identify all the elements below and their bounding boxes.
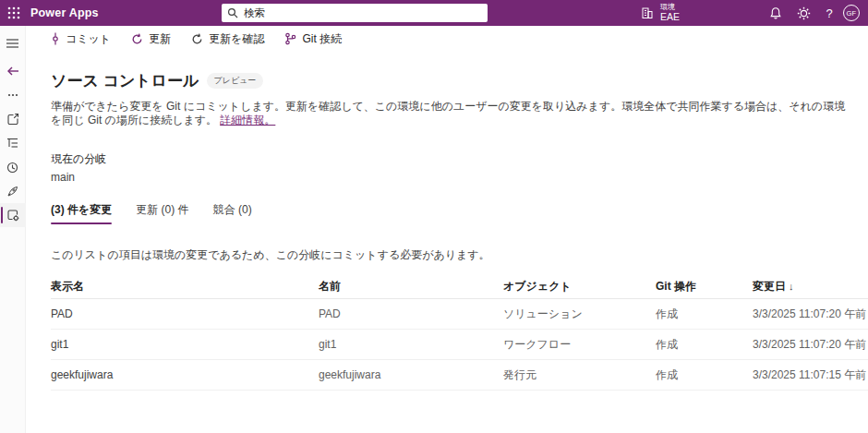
- git-branch-icon: [284, 32, 296, 45]
- page-description: 準備ができたら変更を Git にコミットします。更新を確認して、この環境に他のユ…: [51, 100, 856, 127]
- search-input[interactable]: [244, 7, 482, 18]
- environment-icon: [641, 6, 654, 19]
- search-icon: [227, 7, 238, 18]
- tab-strip: (3) 件を変更 更新 (0) 件 競合 (0): [51, 202, 868, 224]
- rocket-icon: [6, 186, 18, 198]
- command-bar: コミット 更新 更新を確認 Git 接続: [26, 26, 868, 52]
- waffle-icon[interactable]: [7, 6, 20, 19]
- environment-name: EAE: [660, 12, 680, 23]
- top-app-bar: Power Apps 環境 EAE: [0, 0, 868, 26]
- nav-more-button[interactable]: [0, 83, 26, 107]
- refresh-label: 更新: [149, 31, 171, 47]
- nav-item-pipelines[interactable]: [0, 131, 26, 155]
- col-object[interactable]: オブジェクト: [503, 279, 656, 295]
- hamburger-icon: [6, 39, 18, 48]
- commit-label: コミット: [66, 31, 111, 47]
- tab-conflicts[interactable]: 競合 (0): [213, 202, 252, 224]
- bell-icon: [769, 6, 782, 19]
- left-nav-rail: [0, 26, 26, 433]
- more-icon: [7, 93, 18, 97]
- nav-item-history[interactable]: [0, 155, 26, 179]
- nav-item-launch[interactable]: [0, 107, 26, 131]
- check-updates-button[interactable]: 更新を確認: [191, 31, 264, 47]
- learn-more-link[interactable]: 詳細情報。: [220, 114, 275, 126]
- app-title[interactable]: Power Apps: [30, 6, 99, 19]
- page-title: ソース コントロール: [51, 70, 199, 91]
- commit-icon: [51, 32, 60, 45]
- current-branch-name: main: [51, 171, 868, 184]
- commit-button[interactable]: コミット: [51, 31, 111, 47]
- launch-icon: [6, 113, 19, 126]
- col-git-operation[interactable]: Git 操作: [656, 279, 753, 295]
- table-row[interactable]: geekfujiwara geekfujiwara 発行元 作成 3/3/202…: [51, 360, 868, 391]
- notifications-button[interactable]: [763, 0, 789, 26]
- gear-icon: [797, 6, 811, 20]
- source-control-page: ソース コントロール プレビュー 準備ができたら変更を Git にコミットします…: [26, 52, 868, 391]
- sort-desc-icon: ↓: [789, 281, 794, 292]
- global-search[interactable]: [222, 4, 488, 22]
- changes-note: このリストの項目は環境の変更であるため、この分岐にコミットする必要があります。: [51, 247, 868, 263]
- back-arrow-icon: [6, 66, 19, 77]
- nav-back-button[interactable]: [0, 59, 26, 83]
- tab-changes[interactable]: (3) 件を変更: [51, 202, 112, 224]
- git-connect-label: Git 接続: [302, 31, 342, 47]
- preview-badge: プレビュー: [207, 73, 264, 89]
- tree-list-icon: [6, 138, 18, 149]
- avatar: GF: [843, 5, 860, 21]
- source-control-icon: [6, 209, 19, 222]
- git-connect-button[interactable]: Git 接続: [284, 31, 342, 47]
- refresh-button[interactable]: 更新: [131, 31, 171, 47]
- table-row[interactable]: git1 git1 ワークフロー 作成 3/3/2025 11:07:20 午前: [51, 330, 868, 360]
- tab-updates[interactable]: 更新 (0) 件: [136, 202, 188, 224]
- nav-item-rocket[interactable]: [0, 179, 26, 203]
- col-modified-date[interactable]: 変更日↓: [753, 279, 868, 295]
- refresh-check-icon: [191, 33, 203, 45]
- changes-table: 表示名 名前 オブジェクト Git 操作 変更日↓ PAD PAD ソリューショ…: [51, 275, 868, 391]
- table-row[interactable]: PAD PAD ソリューション 作成 3/3/2025 11:07:20 午前: [51, 299, 868, 330]
- nav-item-source-control[interactable]: [0, 203, 26, 227]
- history-icon: [6, 162, 18, 174]
- col-name[interactable]: 名前: [319, 279, 503, 295]
- environment-picker[interactable]: 環境 EAE: [641, 0, 680, 26]
- current-branch-label: 現在の分岐: [51, 151, 868, 167]
- refresh-icon: [131, 33, 143, 45]
- table-header: 表示名 名前 オブジェクト Git 操作 変更日↓: [51, 275, 868, 299]
- settings-button[interactable]: [790, 0, 816, 26]
- col-display-name[interactable]: 表示名: [51, 279, 319, 295]
- account-button[interactable]: GF: [838, 0, 864, 26]
- nav-menu-button[interactable]: [0, 31, 26, 55]
- check-updates-label: 更新を確認: [209, 31, 264, 47]
